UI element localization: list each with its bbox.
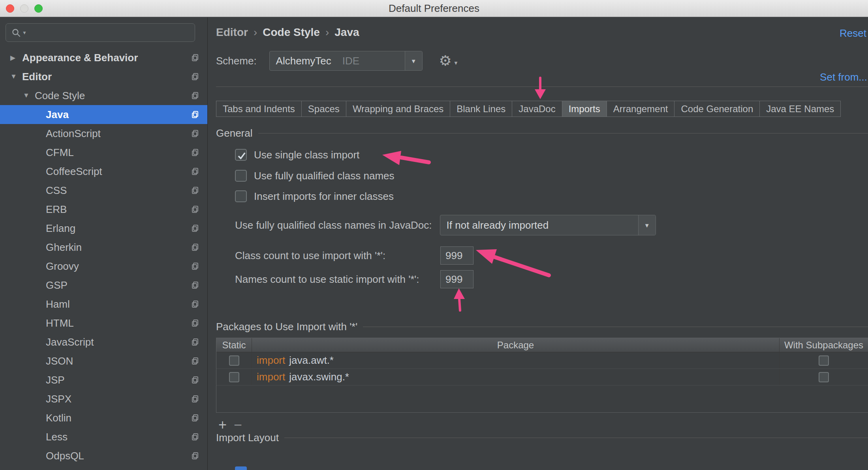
chevron-down-icon[interactable]: ▼ bbox=[10, 73, 22, 81]
gear-icon[interactable]: ⚙ bbox=[439, 54, 452, 68]
insert-imports-inner-classes-row: Insert imports for inner classes bbox=[235, 189, 394, 203]
sidebar-item-java[interactable]: Java bbox=[0, 105, 207, 124]
sidebar-item-json[interactable]: JSON bbox=[0, 352, 207, 370]
breadcrumb-editor[interactable]: Editor bbox=[216, 26, 248, 38]
code-style-tabs: Tabs and Indents Spaces Wrapping and Bra… bbox=[216, 101, 841, 117]
sidebar-item-html[interactable]: HTML bbox=[0, 314, 207, 333]
static-checkbox[interactable] bbox=[229, 372, 239, 382]
settings-group-icon bbox=[191, 281, 199, 290]
search-input[interactable] bbox=[31, 27, 189, 38]
check-icon bbox=[236, 150, 247, 161]
javadoc-qualified-names-select[interactable]: If not already imported ▼ bbox=[440, 215, 656, 235]
package-cell[interactable]: import javax.swing.* bbox=[252, 369, 780, 385]
scheme-actions-button[interactable]: ⚙ ▼ bbox=[439, 54, 458, 68]
tab-code-generation[interactable]: Code Generation bbox=[674, 101, 760, 117]
chevron-down-icon: ▼ bbox=[453, 60, 458, 66]
class-count-input[interactable] bbox=[440, 246, 473, 265]
sidebar-item-css[interactable]: CSS bbox=[0, 181, 207, 200]
names-count-input[interactable] bbox=[440, 270, 473, 288]
insert-imports-inner-classes-checkbox[interactable] bbox=[235, 190, 247, 202]
set-from-link[interactable]: Set from... bbox=[820, 71, 867, 83]
sidebar-item-javascript[interactable]: JavaScript bbox=[0, 333, 207, 352]
sidebar-item-less[interactable]: Less bbox=[0, 427, 207, 446]
tab-tabs-and-indents[interactable]: Tabs and Indents bbox=[216, 101, 302, 117]
sidebar-item-kotlin[interactable]: Kotlin bbox=[0, 408, 207, 427]
search-options-chevron-icon[interactable]: ▼ bbox=[22, 30, 27, 36]
import-layout-section-title: Import Layout bbox=[216, 432, 279, 444]
use-single-class-import-checkbox[interactable] bbox=[235, 149, 247, 161]
settings-sidebar: ▼ ▶ Appearance & Behavior ▼ Editor ▼ Cod… bbox=[0, 17, 208, 470]
table-row[interactable]: import java.awt.* bbox=[216, 352, 868, 369]
sidebar-item-groovy[interactable]: Groovy bbox=[0, 257, 207, 276]
sidebar-item-erlang[interactable]: Erlang bbox=[0, 219, 207, 238]
window-title: Default Preferences bbox=[389, 2, 479, 15]
packages-table-toolbar: + − bbox=[218, 418, 242, 432]
with-subpackages-checkbox[interactable] bbox=[819, 355, 829, 366]
sidebar-item-coffeescript[interactable]: CoffeeScript bbox=[0, 162, 207, 181]
javadoc-qualified-names-value: If not already imported bbox=[440, 219, 549, 231]
sidebar-item-haml[interactable]: Haml bbox=[0, 295, 207, 314]
sidebar-item-gsp[interactable]: GSP bbox=[0, 276, 207, 295]
sidebar-item-erb[interactable]: ERB bbox=[0, 200, 207, 219]
static-checkbox[interactable] bbox=[229, 355, 239, 366]
use-fully-qualified-class-names-checkbox[interactable] bbox=[235, 170, 247, 182]
settings-search[interactable]: ▼ bbox=[6, 23, 195, 42]
settings-group-icon bbox=[191, 186, 199, 195]
section-divider bbox=[284, 438, 868, 438]
settings-group-icon bbox=[191, 376, 199, 384]
sidebar-item-code-style[interactable]: ▼ Code Style bbox=[0, 86, 207, 105]
sidebar-item-actionscript[interactable]: ActionScript bbox=[0, 124, 207, 143]
tab-blank-lines[interactable]: Blank Lines bbox=[450, 101, 512, 117]
scheme-select[interactable]: AlchemyTec IDE ▼ bbox=[269, 51, 423, 71]
breadcrumb-code-style[interactable]: Code Style bbox=[263, 26, 320, 38]
scheme-row: Scheme: AlchemyTec IDE ▼ ⚙ ▼ bbox=[216, 51, 458, 71]
chevron-right-icon[interactable]: ▶ bbox=[10, 54, 22, 62]
javadoc-dropdown-arrow-icon[interactable]: ▼ bbox=[638, 215, 656, 235]
import-keyword: import bbox=[257, 371, 285, 383]
class-count-label: Class count to use import with '*': bbox=[235, 246, 385, 265]
settings-group-icon bbox=[191, 243, 199, 252]
header-separator bbox=[216, 86, 868, 87]
sidebar-item-gherkin[interactable]: Gherkin bbox=[0, 238, 207, 257]
tab-imports[interactable]: Imports bbox=[562, 101, 607, 117]
tab-spaces[interactable]: Spaces bbox=[301, 101, 346, 117]
javadoc-qualified-names-row: Use fully qualified class names in JavaD… bbox=[235, 215, 656, 235]
tab-javadoc[interactable]: JavaDoc bbox=[512, 101, 562, 117]
packages-section-title: Packages to Use Import with '*' bbox=[216, 321, 357, 333]
use-single-class-import-label: Use single class import bbox=[254, 149, 359, 161]
add-package-button[interactable]: + bbox=[218, 418, 227, 432]
scheme-ide-tag: IDE bbox=[336, 55, 359, 67]
settings-group-icon bbox=[191, 262, 199, 271]
tab-wrapping-and-braces[interactable]: Wrapping and Braces bbox=[346, 101, 450, 117]
scheme-dropdown-arrow-icon[interactable]: ▼ bbox=[405, 51, 422, 70]
partially-visible-checkbox[interactable] bbox=[235, 466, 247, 470]
with-subpackages-checkbox[interactable] bbox=[819, 372, 829, 382]
settings-group-icon bbox=[191, 300, 199, 308]
settings-group-icon bbox=[191, 205, 199, 214]
breadcrumb-java: Java bbox=[334, 26, 359, 38]
reset-link[interactable]: Reset bbox=[840, 27, 866, 39]
package-cell[interactable]: import java.awt.* bbox=[252, 352, 780, 368]
general-section-title: General bbox=[216, 127, 253, 139]
settings-group-icon bbox=[191, 129, 199, 138]
sidebar-item-jspx[interactable]: JSPX bbox=[0, 389, 207, 408]
chevron-down-icon[interactable]: ▼ bbox=[23, 92, 35, 100]
sidebar-item-cfml[interactable]: CFML bbox=[0, 143, 207, 162]
table-row[interactable]: import javax.swing.* bbox=[216, 369, 868, 385]
remove-package-button[interactable]: − bbox=[234, 418, 242, 432]
zoom-button[interactable] bbox=[34, 4, 43, 13]
sidebar-item-jsp[interactable]: JSP bbox=[0, 370, 207, 389]
close-button[interactable] bbox=[6, 4, 14, 13]
use-single-class-import-row: Use single class import bbox=[235, 148, 359, 162]
tab-java-ee-names[interactable]: Java EE Names bbox=[759, 101, 841, 117]
settings-group-icon bbox=[191, 91, 199, 100]
packages-table: Static Package With Subpackages import j… bbox=[216, 338, 868, 413]
sidebar-item-editor[interactable]: ▼ Editor bbox=[0, 67, 207, 86]
sidebar-item-appearance-behavior[interactable]: ▶ Appearance & Behavior bbox=[0, 48, 207, 67]
tab-arrangement[interactable]: Arrangement bbox=[607, 101, 675, 117]
section-divider bbox=[258, 133, 868, 133]
sidebar-item-odpsql[interactable]: OdpsQL bbox=[0, 446, 207, 465]
minimize-button[interactable] bbox=[20, 4, 28, 13]
settings-group-icon bbox=[191, 167, 199, 176]
use-fully-qualified-class-names-label: Use fully qualified class names bbox=[254, 170, 395, 182]
